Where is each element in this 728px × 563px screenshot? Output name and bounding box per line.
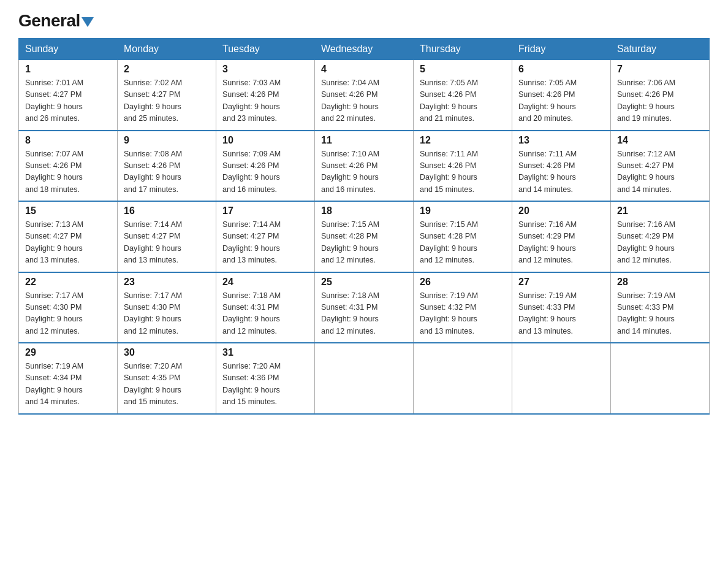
daylight-minutes-text: and 14 minutes. [617, 327, 672, 335]
sunset-text: Sunset: 4:27 PM [222, 232, 279, 240]
daylight-minutes-text: and 12 minutes. [321, 327, 376, 335]
daylight-minutes-text: and 14 minutes. [518, 185, 573, 194]
day-cell-1: 1Sunrise: 7:01 AMSunset: 4:27 PMDaylight… [19, 60, 118, 131]
daylight-text: Daylight: 9 hours [25, 173, 83, 182]
day-info: Sunrise: 7:19 AMSunset: 4:34 PMDaylight:… [25, 361, 111, 408]
day-info: Sunrise: 7:08 AMSunset: 4:26 PMDaylight:… [124, 148, 210, 196]
logo: General [18, 12, 95, 27]
sunrise-text: Sunrise: 7:14 AM [124, 220, 182, 229]
day-info: Sunrise: 7:09 AMSunset: 4:26 PMDaylight:… [222, 148, 308, 196]
daylight-text: Daylight: 9 hours [321, 244, 379, 253]
daylight-text: Daylight: 9 hours [420, 315, 477, 323]
day-info: Sunrise: 7:10 AMSunset: 4:26 PMDaylight:… [321, 148, 407, 196]
daylight-minutes-text: and 14 minutes. [617, 185, 672, 194]
day-number: 11 [321, 135, 407, 146]
day-number: 28 [617, 277, 703, 288]
day-number: 10 [222, 135, 308, 146]
day-cell-25: 25Sunrise: 7:18 AMSunset: 4:31 PMDayligh… [315, 272, 414, 343]
daylight-text: Daylight: 9 hours [222, 315, 280, 323]
day-number: 19 [420, 205, 506, 216]
day-number: 31 [222, 347, 308, 358]
daylight-minutes-text: and 13 minutes. [25, 256, 80, 264]
day-cell-16: 16Sunrise: 7:14 AMSunset: 4:27 PMDayligh… [118, 201, 216, 272]
daylight-text: Daylight: 9 hours [518, 244, 576, 253]
day-number: 13 [518, 135, 604, 146]
daylight-text: Daylight: 9 hours [321, 173, 379, 182]
weekday-header-friday: Friday [512, 39, 611, 60]
day-number: 26 [420, 277, 506, 288]
day-info: Sunrise: 7:20 AMSunset: 4:36 PMDaylight:… [222, 361, 308, 408]
sunrise-text: Sunrise: 7:18 AM [222, 291, 281, 300]
day-info: Sunrise: 7:11 AMSunset: 4:26 PMDaylight:… [420, 148, 506, 196]
day-cell-2: 2Sunrise: 7:02 AMSunset: 4:27 PMDaylight… [118, 60, 216, 131]
sunrise-text: Sunrise: 7:07 AM [25, 150, 83, 158]
sunrise-text: Sunrise: 7:04 AM [321, 79, 379, 87]
daylight-text: Daylight: 9 hours [321, 102, 379, 111]
day-info: Sunrise: 7:12 AMSunset: 4:27 PMDaylight:… [617, 148, 703, 196]
sunrise-text: Sunrise: 7:06 AM [617, 79, 675, 87]
weekday-header-saturday: Saturday [611, 39, 710, 60]
sunrise-text: Sunrise: 7:20 AM [222, 362, 281, 370]
daylight-text: Daylight: 9 hours [222, 244, 280, 253]
sunrise-text: Sunrise: 7:19 AM [617, 291, 675, 300]
daylight-text: Daylight: 9 hours [124, 244, 181, 253]
day-info: Sunrise: 7:17 AMSunset: 4:30 PMDaylight:… [124, 290, 210, 338]
day-number: 14 [617, 135, 703, 146]
daylight-text: Daylight: 9 hours [25, 386, 83, 394]
weekday-header-tuesday: Tuesday [216, 39, 315, 60]
daylight-text: Daylight: 9 hours [420, 102, 477, 111]
day-info: Sunrise: 7:15 AMSunset: 4:28 PMDaylight:… [420, 219, 506, 267]
sunset-text: Sunset: 4:32 PM [420, 303, 476, 312]
sunrise-text: Sunrise: 7:02 AM [124, 79, 182, 87]
day-info: Sunrise: 7:19 AMSunset: 4:33 PMDaylight:… [518, 290, 604, 338]
sunrise-text: Sunrise: 7:11 AM [420, 150, 478, 158]
daylight-text: Daylight: 9 hours [222, 173, 280, 182]
sunrise-text: Sunrise: 7:15 AM [321, 220, 379, 229]
daylight-minutes-text: and 21 minutes. [420, 114, 474, 123]
sunrise-text: Sunrise: 7:05 AM [518, 79, 577, 87]
sunrise-text: Sunrise: 7:12 AM [617, 150, 675, 158]
day-cell-3: 3Sunrise: 7:03 AMSunset: 4:26 PMDaylight… [216, 60, 315, 131]
daylight-minutes-text: and 12 minutes. [420, 256, 474, 264]
day-info: Sunrise: 7:18 AMSunset: 4:31 PMDaylight:… [222, 290, 308, 338]
daylight-minutes-text: and 16 minutes. [222, 185, 277, 194]
sunrise-text: Sunrise: 7:16 AM [518, 220, 577, 229]
day-cell-19: 19Sunrise: 7:15 AMSunset: 4:28 PMDayligh… [414, 201, 512, 272]
day-info: Sunrise: 7:18 AMSunset: 4:31 PMDaylight:… [321, 290, 407, 338]
day-cell-9: 9Sunrise: 7:08 AMSunset: 4:26 PMDaylight… [118, 131, 216, 202]
sunrise-text: Sunrise: 7:19 AM [420, 291, 478, 300]
day-number: 16 [124, 205, 210, 216]
day-info: Sunrise: 7:02 AMSunset: 4:27 PMDaylight:… [124, 77, 210, 125]
sunset-text: Sunset: 4:35 PM [124, 373, 180, 382]
sunset-text: Sunset: 4:28 PM [420, 232, 476, 240]
day-number: 22 [25, 277, 111, 288]
day-number: 15 [25, 205, 111, 216]
week-row-5: 29Sunrise: 7:19 AMSunset: 4:34 PMDayligh… [19, 343, 710, 414]
daylight-text: Daylight: 9 hours [222, 386, 280, 394]
sunrise-text: Sunrise: 7:09 AM [222, 150, 281, 158]
day-number: 2 [124, 64, 210, 75]
daylight-text: Daylight: 9 hours [124, 315, 181, 323]
daylight-minutes-text: and 12 minutes. [617, 256, 672, 264]
week-row-3: 15Sunrise: 7:13 AMSunset: 4:27 PMDayligh… [19, 201, 710, 272]
sunrise-text: Sunrise: 7:14 AM [222, 220, 281, 229]
day-info: Sunrise: 7:13 AMSunset: 4:27 PMDaylight:… [25, 219, 111, 267]
daylight-minutes-text: and 12 minutes. [124, 327, 178, 335]
day-info: Sunrise: 7:06 AMSunset: 4:26 PMDaylight:… [617, 77, 703, 125]
daylight-minutes-text: and 23 minutes. [222, 114, 277, 123]
daylight-minutes-text: and 14 minutes. [25, 397, 80, 406]
day-number: 24 [222, 277, 308, 288]
daylight-minutes-text: and 13 minutes. [420, 327, 474, 335]
day-cell-23: 23Sunrise: 7:17 AMSunset: 4:30 PMDayligh… [118, 272, 216, 343]
sunrise-text: Sunrise: 7:10 AM [321, 150, 379, 158]
day-number: 3 [222, 64, 308, 75]
day-info: Sunrise: 7:20 AMSunset: 4:35 PMDaylight:… [124, 361, 210, 408]
weekday-header-wednesday: Wednesday [315, 39, 414, 60]
day-info: Sunrise: 7:14 AMSunset: 4:27 PMDaylight:… [124, 219, 210, 267]
daylight-minutes-text: and 12 minutes. [25, 327, 80, 335]
day-number: 21 [617, 205, 703, 216]
sunset-text: Sunset: 4:31 PM [321, 303, 377, 312]
sunset-text: Sunset: 4:27 PM [124, 90, 180, 99]
day-info: Sunrise: 7:16 AMSunset: 4:29 PMDaylight:… [617, 219, 703, 267]
sunset-text: Sunset: 4:29 PM [617, 232, 673, 240]
